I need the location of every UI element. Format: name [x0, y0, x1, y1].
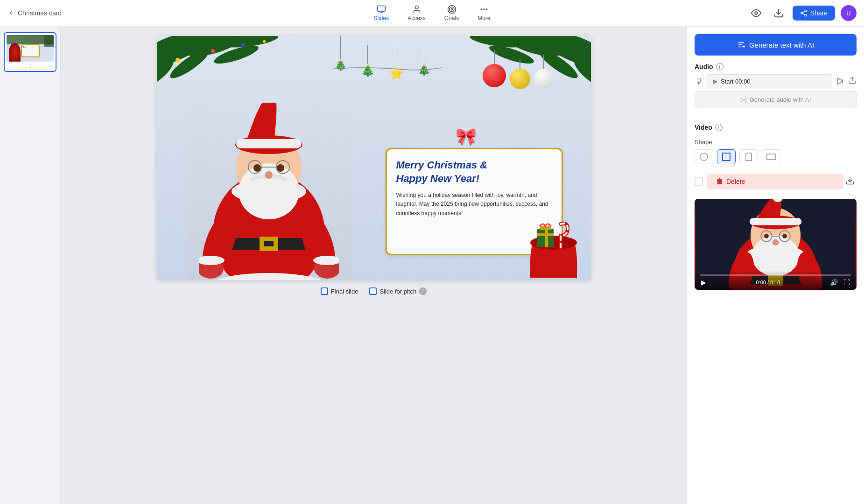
video-play-button[interactable]: ▶: [700, 278, 707, 287]
bow-decoration: 🎀: [456, 127, 477, 147]
final-slide-checkbox[interactable]: Final slide: [321, 287, 358, 295]
video-volume-button[interactable]: 🔊: [829, 278, 839, 287]
tab-goals[interactable]: Goals: [443, 5, 461, 21]
svg-point-12: [805, 14, 807, 16]
slides-panel: Merry Christmas 1: [0, 27, 61, 504]
shape-section: Shape: [695, 139, 857, 164]
audio-upload-icon[interactable]: [848, 76, 857, 87]
document-title: Christmas card: [18, 9, 62, 17]
top-nav: Christmas card Slides Access G: [0, 0, 864, 27]
preview-button[interactable]: [748, 5, 765, 21]
trash-icon: 🗑: [716, 177, 724, 186]
svg-line-13: [802, 14, 805, 15]
svg-rect-0: [377, 6, 385, 12]
shape-landscape-option[interactable]: [762, 149, 780, 164]
svg-point-40: [208, 273, 330, 280]
delete-button[interactable]: 🗑 Delete: [707, 174, 843, 189]
audio-section: Audio i 🎙 ▶ Start 00:00: [695, 63, 857, 108]
share-button[interactable]: Share: [793, 6, 835, 21]
audio-time-button[interactable]: ▶ Start 00:00: [707, 74, 832, 88]
slide-controls: Final slide Slide for pitch i: [321, 287, 427, 295]
generate-text-button[interactable]: Generate text with AI: [695, 34, 857, 56]
shape-portrait-option[interactable]: [739, 149, 758, 164]
right-panel: Generate text with AI Audio i 🎙 ▶ Start …: [687, 27, 864, 504]
svg-point-83: [782, 234, 787, 238]
svg-rect-48: [236, 139, 302, 148]
svg-point-1: [415, 6, 418, 9]
back-button[interactable]: Christmas card: [7, 9, 62, 17]
svg-point-4: [451, 8, 452, 10]
nav-tabs: Slides Access Goals More: [372, 5, 492, 21]
audio-info-icon[interactable]: i: [716, 63, 724, 70]
shape-square-option[interactable]: [717, 149, 736, 164]
svg-point-55: [265, 171, 273, 179]
user-avatar[interactable]: U: [841, 5, 857, 21]
video-time-display: 0:00 / 0:10: [756, 280, 780, 285]
svg-point-10: [805, 10, 807, 12]
slide-number: 1: [7, 63, 54, 69]
slide-for-pitch-info[interactable]: i: [419, 287, 427, 295]
slide-for-pitch-checkbox-box[interactable]: [369, 287, 377, 295]
slide-thumbnail-1[interactable]: Merry Christmas 1: [4, 32, 56, 72]
audio-controls-row: 🎙 ▶ Start 00:00: [695, 74, 857, 88]
video-preview: ▶ 0:00 / 0:10 🔊 ⛶: [695, 199, 857, 290]
santa-figure: [185, 93, 353, 280]
svg-point-3: [450, 7, 454, 12]
tab-access[interactable]: Access: [406, 5, 428, 21]
svg-rect-66: [537, 233, 554, 236]
canvas-area: 🎄 🎄 ⭐ 🎄: [61, 27, 687, 504]
slide-for-pitch-checkbox[interactable]: Slide for pitch i: [369, 287, 427, 295]
svg-point-82: [764, 234, 769, 238]
svg-point-7: [481, 9, 482, 10]
message-body: Wishing you a holiday season filled with…: [396, 191, 552, 218]
mic-icon: 🎙: [695, 77, 703, 86]
svg-point-8: [755, 12, 758, 14]
message-title: Merry Christmas & Happy New Year!: [396, 159, 552, 185]
video-progress-bar[interactable]: [700, 274, 851, 276]
slide-canvas[interactable]: 🎄 🎄 ⭐ 🎄: [157, 36, 591, 280]
svg-point-84: [773, 239, 779, 246]
shape-label: Shape: [695, 139, 857, 146]
svg-point-87: [747, 245, 804, 262]
svg-point-5: [484, 9, 485, 10]
final-slide-checkbox-box[interactable]: [321, 287, 328, 295]
svg-rect-77: [750, 218, 801, 225]
audio-play-icon: ▶: [713, 77, 718, 85]
video-controls: ▶ 0:00 / 0:10 🔊 ⛶: [695, 271, 857, 290]
action-row: 🗑 Delete: [695, 174, 857, 189]
video-fullscreen-button[interactable]: ⛶: [843, 278, 851, 287]
slide-thumb-preview: Merry Christmas: [7, 35, 54, 62]
audio-next-icon[interactable]: [836, 77, 844, 85]
svg-rect-43: [264, 241, 274, 246]
svg-point-28: [263, 40, 266, 43]
generate-audio-button[interactable]: Generate audio with AI: [695, 91, 857, 108]
download-button[interactable]: [770, 5, 787, 21]
svg-point-25: [176, 58, 180, 63]
download-video-icon[interactable]: [843, 174, 857, 189]
video-checkbox[interactable]: [695, 177, 703, 186]
nav-right-actions: Share U: [748, 5, 857, 21]
shape-options: [695, 149, 780, 164]
audio-section-title: Audio i: [695, 63, 857, 70]
shape-circle-option[interactable]: [695, 149, 713, 164]
video-bottom-controls: ▶ 0:00 / 0:10 🔊 ⛶: [700, 278, 851, 287]
svg-point-70: [743, 99, 745, 101]
video-section-title: Video i: [695, 124, 857, 131]
svg-line-14: [802, 11, 805, 13]
svg-point-6: [486, 9, 487, 10]
divider-1: [695, 116, 857, 116]
ornaments-area: [483, 50, 554, 89]
main-area: Merry Christmas 1: [0, 27, 864, 504]
svg-point-26: [211, 49, 215, 53]
hanging-decorations: 🎄 🎄 ⭐ 🎄: [334, 36, 430, 81]
svg-rect-65: [545, 226, 548, 247]
gift-bag: [526, 215, 582, 280]
svg-point-27: [241, 43, 245, 47]
tab-slides[interactable]: Slides: [372, 5, 391, 21]
tab-more[interactable]: More: [476, 5, 492, 21]
video-section: Video i: [695, 124, 857, 131]
svg-marker-67: [838, 78, 843, 84]
svg-point-11: [801, 12, 803, 14]
video-info-icon[interactable]: i: [715, 124, 723, 131]
video-right-controls: 🔊 ⛶: [829, 278, 851, 287]
